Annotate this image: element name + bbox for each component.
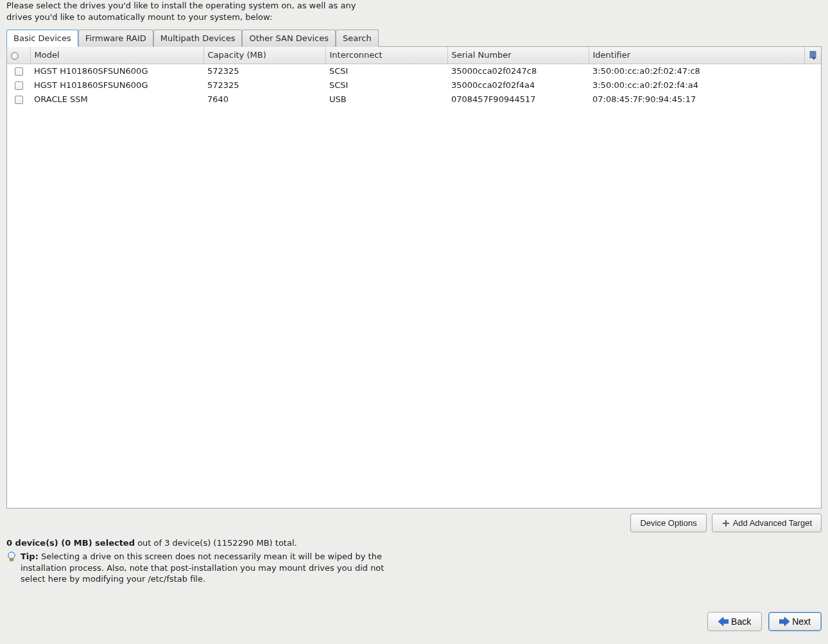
table-row[interactable]: HGST H101860SFSUN600G 572325 SCSI 35000c… <box>7 78 821 92</box>
selection-status: 0 device(s) (0 MB) selected out of 3 dev… <box>6 538 297 548</box>
table-header-row: Model Capacity (MB) Interconnect Serial … <box>7 47 821 64</box>
header-serial[interactable]: Serial Number <box>447 47 589 64</box>
wizard-nav: Back Next <box>707 612 822 631</box>
lightbulb-icon <box>6 551 17 565</box>
cell-identifier: 07:08:45:7F:90:94:45:17 <box>589 92 821 106</box>
header-column-chooser[interactable] <box>804 47 821 64</box>
header-capacity[interactable]: Capacity (MB) <box>203 47 325 64</box>
svg-rect-0 <box>810 51 813 58</box>
svg-rect-4 <box>723 523 729 524</box>
svg-point-5 <box>8 552 15 559</box>
cell-model: HGST H101860SFSUN600G <box>30 64 203 78</box>
cell-identifier: 3:50:00:cc:a0:2f:02:47:c8 <box>589 64 821 78</box>
arrow-right-icon <box>779 617 789 626</box>
device-options-button[interactable]: Device Options <box>630 514 706 532</box>
cell-interconnect: USB <box>325 92 447 106</box>
row-checkbox[interactable] <box>15 96 23 104</box>
header-identifier[interactable]: Identifier <box>589 47 804 64</box>
tab-bar: Basic Devices Firmware RAID Multipath De… <box>6 29 822 46</box>
tab-firmware-raid[interactable]: Firmware RAID <box>78 30 153 47</box>
add-advanced-target-button[interactable]: Add Advanced Target <box>712 514 822 532</box>
device-table: Model Capacity (MB) Interconnect Serial … <box>7 47 821 106</box>
cell-serial: 35000cca02f02f4a4 <box>447 78 589 92</box>
header-interconnect[interactable]: Interconnect <box>325 47 447 64</box>
table-row[interactable]: ORACLE SSM 7640 USB 0708457F90944517 07:… <box>7 92 821 106</box>
cell-model: HGST H101860SFSUN600G <box>30 78 203 92</box>
cell-identifier: 3:50:00:cc:a0:2f:02:f4:a4 <box>589 78 821 92</box>
selection-count: 0 device(s) (0 MB) selected <box>6 538 135 548</box>
svg-marker-9 <box>779 617 789 626</box>
tab-basic-devices[interactable]: Basic Devices <box>6 30 78 47</box>
action-row: Device Options Add Advanced Target <box>630 514 822 532</box>
svg-rect-1 <box>813 51 816 58</box>
back-button[interactable]: Back <box>707 612 762 631</box>
instruction-text: Please select the drives you'd like to i… <box>0 0 385 29</box>
next-label: Next <box>792 616 811 627</box>
svg-marker-2 <box>812 58 815 60</box>
row-checkbox[interactable] <box>15 82 23 90</box>
columns-icon <box>809 50 819 60</box>
cell-interconnect: SCSI <box>325 64 447 78</box>
svg-marker-8 <box>718 617 729 626</box>
tip-label: Tip: <box>21 552 39 561</box>
cell-model: ORACLE SSM <box>30 92 203 106</box>
cell-capacity: 7640 <box>203 92 325 106</box>
tip-block: Tip: Selecting a drive on this screen do… <box>6 551 404 585</box>
header-select-all[interactable] <box>7 47 30 64</box>
device-panel: Basic Devices Firmware RAID Multipath De… <box>6 29 822 509</box>
cell-serial: 0708457F90944517 <box>447 92 589 106</box>
next-button[interactable]: Next <box>768 612 822 631</box>
add-advanced-target-label: Add Advanced Target <box>733 518 812 528</box>
row-checkbox[interactable] <box>15 67 23 76</box>
cell-capacity: 572325 <box>203 64 325 78</box>
tip-text: Tip: Selecting a drive on this screen do… <box>21 551 404 585</box>
plus-icon <box>721 519 730 528</box>
radio-icon <box>11 52 19 60</box>
cell-interconnect: SCSI <box>325 78 447 92</box>
tab-multipath-devices[interactable]: Multipath Devices <box>153 30 243 47</box>
tab-content: Model Capacity (MB) Interconnect Serial … <box>6 46 822 509</box>
tab-search[interactable]: Search <box>336 30 379 47</box>
cell-serial: 35000cca02f0247c8 <box>447 64 589 78</box>
tab-other-san-devices[interactable]: Other SAN Devices <box>242 30 336 47</box>
back-label: Back <box>731 616 751 627</box>
tip-body: Selecting a drive on this screen does no… <box>21 552 384 584</box>
table-row[interactable]: HGST H101860SFSUN600G 572325 SCSI 35000c… <box>7 64 821 78</box>
header-model[interactable]: Model <box>30 47 203 64</box>
cell-capacity: 572325 <box>203 78 325 92</box>
arrow-left-icon <box>718 617 729 626</box>
selection-total: out of 3 device(s) (1152290 MB) total. <box>135 538 297 548</box>
